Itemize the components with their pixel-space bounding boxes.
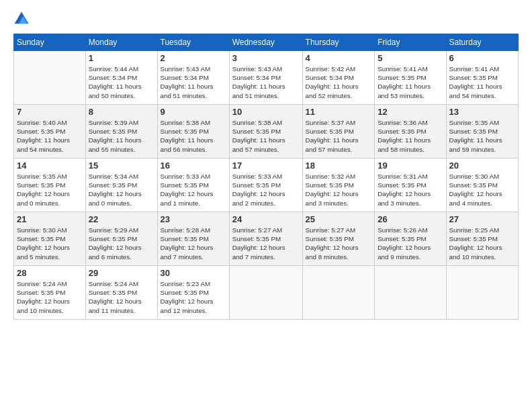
day-number: 4 [306,53,372,63]
day-number: 2 [161,53,226,63]
day-info: Sunrise: 5:37 AM Sunset: 5:35 PM Dayligh… [306,118,372,154]
day-info: Sunrise: 5:33 AM Sunset: 5:35 PM Dayligh… [161,172,226,208]
day-number: 13 [449,107,515,117]
day-number: 16 [161,161,226,171]
page: SundayMondayTuesdayWednesdayThursdayFrid… [0,0,532,411]
day-number: 27 [449,214,515,224]
day-info: Sunrise: 5:28 AM Sunset: 5:35 PM Dayligh… [161,226,226,261]
logo-icon [13,11,30,27]
calendar-cell: 27Sunrise: 5:25 AM Sunset: 5:35 PM Dayli… [446,212,518,266]
day-number: 18 [306,161,372,171]
weekday-header-wednesday: Wednesday [229,34,302,51]
calendar-cell: 1Sunrise: 5:44 AM Sunset: 5:34 PM Daylig… [85,51,157,105]
day-number: 28 [17,268,83,278]
day-number: 1 [89,53,154,63]
calendar-cell [446,266,518,320]
day-number: 20 [449,161,515,171]
calendar-cell: 11Sunrise: 5:37 AM Sunset: 5:35 PM Dayli… [302,105,375,158]
calendar-cell: 29Sunrise: 5:24 AM Sunset: 5:35 PM Dayli… [85,266,157,320]
calendar-cell: 17Sunrise: 5:33 AM Sunset: 5:35 PM Dayli… [229,158,302,212]
calendar-cell: 21Sunrise: 5:30 AM Sunset: 5:35 PM Dayli… [14,212,86,266]
day-number: 11 [306,107,372,117]
calendar-cell: 28Sunrise: 5:24 AM Sunset: 5:35 PM Dayli… [14,266,86,320]
day-info: Sunrise: 5:38 AM Sunset: 5:35 PM Dayligh… [161,118,226,154]
day-info: Sunrise: 5:32 AM Sunset: 5:35 PM Dayligh… [306,172,372,208]
calendar-cell: 6Sunrise: 5:41 AM Sunset: 5:35 PM Daylig… [446,51,518,105]
day-number: 9 [161,107,226,117]
weekday-header-thursday: Thursday [302,34,375,51]
day-number: 5 [378,53,443,63]
calendar-cell: 14Sunrise: 5:35 AM Sunset: 5:35 PM Dayli… [14,158,86,212]
calendar-cell: 2Sunrise: 5:43 AM Sunset: 5:34 PM Daylig… [157,51,229,105]
day-info: Sunrise: 5:38 AM Sunset: 5:35 PM Dayligh… [232,118,300,154]
calendar-cell: 10Sunrise: 5:38 AM Sunset: 5:35 PM Dayli… [229,105,302,158]
weekday-header-sunday: Sunday [14,34,86,51]
day-number: 8 [89,107,154,117]
day-number: 25 [306,214,372,224]
calendar-cell: 25Sunrise: 5:27 AM Sunset: 5:35 PM Dayli… [302,212,375,266]
day-number: 10 [232,107,300,117]
day-number: 3 [232,53,300,63]
day-info: Sunrise: 5:24 AM Sunset: 5:35 PM Dayligh… [89,279,154,315]
calendar-cell: 12Sunrise: 5:36 AM Sunset: 5:35 PM Dayli… [375,105,446,158]
calendar-cell: 22Sunrise: 5:29 AM Sunset: 5:35 PM Dayli… [85,212,157,266]
day-info: Sunrise: 5:41 AM Sunset: 5:35 PM Dayligh… [378,64,443,100]
calendar-week-row: 7Sunrise: 5:40 AM Sunset: 5:35 PM Daylig… [14,105,519,158]
calendar-week-row: 14Sunrise: 5:35 AM Sunset: 5:35 PM Dayli… [14,158,519,212]
day-info: Sunrise: 5:34 AM Sunset: 5:35 PM Dayligh… [89,172,154,208]
day-info: Sunrise: 5:36 AM Sunset: 5:35 PM Dayligh… [378,118,443,154]
calendar-cell: 13Sunrise: 5:35 AM Sunset: 5:35 PM Dayli… [446,105,518,158]
day-info: Sunrise: 5:42 AM Sunset: 5:34 PM Dayligh… [306,64,372,100]
calendar-cell: 7Sunrise: 5:40 AM Sunset: 5:35 PM Daylig… [14,105,86,158]
day-info: Sunrise: 5:39 AM Sunset: 5:35 PM Dayligh… [89,118,154,154]
calendar-week-row: 21Sunrise: 5:30 AM Sunset: 5:35 PM Dayli… [14,212,519,266]
calendar: SundayMondayTuesdayWednesdayThursdayFrid… [13,34,519,320]
day-number: 14 [17,161,83,171]
day-info: Sunrise: 5:31 AM Sunset: 5:35 PM Dayligh… [378,172,443,208]
weekday-header-tuesday: Tuesday [157,34,229,51]
calendar-cell: 16Sunrise: 5:33 AM Sunset: 5:35 PM Dayli… [157,158,229,212]
day-info: Sunrise: 5:35 AM Sunset: 5:35 PM Dayligh… [449,118,515,154]
day-info: Sunrise: 5:41 AM Sunset: 5:35 PM Dayligh… [449,64,515,100]
day-number: 29 [89,268,154,278]
day-info: Sunrise: 5:27 AM Sunset: 5:35 PM Dayligh… [306,226,372,261]
calendar-cell [14,51,86,105]
day-info: Sunrise: 5:43 AM Sunset: 5:34 PM Dayligh… [161,64,226,100]
logo [13,11,32,27]
calendar-cell: 4Sunrise: 5:42 AM Sunset: 5:34 PM Daylig… [302,51,375,105]
day-number: 19 [378,161,443,171]
day-number: 22 [89,214,154,224]
day-number: 7 [17,107,83,117]
calendar-cell [229,266,302,320]
calendar-cell: 24Sunrise: 5:27 AM Sunset: 5:35 PM Dayli… [229,212,302,266]
day-info: Sunrise: 5:30 AM Sunset: 5:35 PM Dayligh… [17,226,83,261]
day-info: Sunrise: 5:40 AM Sunset: 5:35 PM Dayligh… [17,118,83,154]
calendar-cell: 3Sunrise: 5:43 AM Sunset: 5:34 PM Daylig… [229,51,302,105]
calendar-cell: 30Sunrise: 5:23 AM Sunset: 5:35 PM Dayli… [157,266,229,320]
calendar-cell: 26Sunrise: 5:26 AM Sunset: 5:35 PM Dayli… [375,212,446,266]
day-info: Sunrise: 5:25 AM Sunset: 5:35 PM Dayligh… [449,226,515,261]
day-number: 24 [232,214,300,224]
calendar-cell: 18Sunrise: 5:32 AM Sunset: 5:35 PM Dayli… [302,158,375,212]
day-info: Sunrise: 5:43 AM Sunset: 5:34 PM Dayligh… [232,64,300,100]
calendar-cell: 19Sunrise: 5:31 AM Sunset: 5:35 PM Dayli… [375,158,446,212]
day-number: 17 [232,161,300,171]
calendar-cell: 20Sunrise: 5:30 AM Sunset: 5:35 PM Dayli… [446,158,518,212]
day-info: Sunrise: 5:27 AM Sunset: 5:35 PM Dayligh… [232,226,300,261]
day-info: Sunrise: 5:30 AM Sunset: 5:35 PM Dayligh… [449,172,515,208]
calendar-cell: 23Sunrise: 5:28 AM Sunset: 5:35 PM Dayli… [157,212,229,266]
calendar-cell: 8Sunrise: 5:39 AM Sunset: 5:35 PM Daylig… [85,105,157,158]
calendar-cell: 9Sunrise: 5:38 AM Sunset: 5:35 PM Daylig… [157,105,229,158]
weekday-header-row: SundayMondayTuesdayWednesdayThursdayFrid… [14,34,519,51]
day-info: Sunrise: 5:26 AM Sunset: 5:35 PM Dayligh… [378,226,443,261]
day-number: 6 [449,53,515,63]
day-number: 30 [161,268,226,278]
day-info: Sunrise: 5:33 AM Sunset: 5:35 PM Dayligh… [232,172,300,208]
day-info: Sunrise: 5:29 AM Sunset: 5:35 PM Dayligh… [89,226,154,261]
day-info: Sunrise: 5:23 AM Sunset: 5:35 PM Dayligh… [161,279,226,315]
weekday-header-saturday: Saturday [446,34,518,51]
weekday-header-monday: Monday [85,34,157,51]
calendar-cell [302,266,375,320]
calendar-cell: 5Sunrise: 5:41 AM Sunset: 5:35 PM Daylig… [375,51,446,105]
day-number: 15 [89,161,154,171]
